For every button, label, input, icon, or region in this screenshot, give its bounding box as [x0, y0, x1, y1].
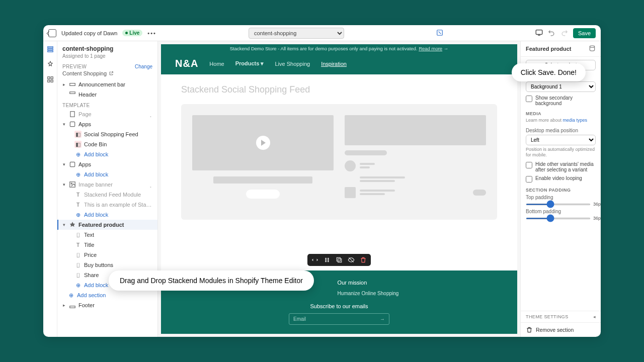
- tree-header[interactable]: Header: [57, 89, 157, 100]
- image-icon: [69, 181, 76, 188]
- svg-point-18: [326, 259, 327, 260]
- submit-arrow-icon[interactable]: →: [380, 316, 385, 322]
- footer-mission: Our mission: [338, 280, 399, 286]
- color-scheme-select[interactable]: Background 1: [526, 81, 596, 92]
- redo-icon[interactable]: [560, 29, 568, 37]
- announcement-bar: Stackend Demo Store - All items are for …: [161, 44, 517, 53]
- top-padding-value: 36px: [593, 202, 601, 207]
- svg-rect-6: [51, 77, 53, 79]
- header-icon: [69, 91, 76, 98]
- remove-section[interactable]: Remove section: [521, 322, 601, 337]
- save-button[interactable]: Save: [573, 28, 596, 38]
- svg-rect-8: [51, 80, 53, 82]
- topbar: Updated copy of Dawn Live ••• content-sh…: [43, 25, 601, 41]
- hide-variants-checkbox[interactable]: Hide other variants' media after selecti…: [526, 161, 596, 172]
- desktop-pos-label: Desktop media position: [526, 128, 596, 133]
- bottom-padding-label: Bottom padding: [526, 209, 596, 214]
- svg-rect-3: [47, 49, 53, 50]
- change-link[interactable]: Change: [135, 64, 152, 69]
- exit-icon[interactable]: [48, 29, 56, 37]
- secondary-bg-checkbox[interactable]: Show secondary background: [526, 95, 596, 106]
- inspector-icon[interactable]: [436, 29, 443, 37]
- hide-icon[interactable]: [348, 256, 355, 263]
- text-icon: T: [74, 241, 82, 248]
- hidden-icon[interactable]: ⡀: [149, 111, 153, 118]
- nav-home[interactable]: Home: [209, 61, 224, 67]
- add-section[interactable]: ⊕Add section: [57, 290, 157, 300]
- svg-rect-7: [47, 80, 49, 82]
- svg-point-19: [326, 261, 327, 262]
- tree-buy[interactable]: ⌷Buy buttons: [57, 260, 157, 270]
- svg-rect-10: [70, 92, 75, 94]
- section-icon: [69, 81, 76, 88]
- media-types-link[interactable]: media types: [563, 118, 588, 123]
- readmore-link[interactable]: Read more: [419, 46, 442, 51]
- tree-announcement[interactable]: ▸Announcement bar: [57, 79, 157, 89]
- tree-code-bin[interactable]: ◧Code Bin: [57, 139, 157, 149]
- preview-page[interactable]: Content Shopping: [57, 69, 157, 79]
- buy-icon: ⌷: [74, 261, 82, 268]
- text-icon: T: [74, 191, 82, 198]
- drag-icon[interactable]: [324, 256, 331, 263]
- nav-inspiration[interactable]: Inspiration: [321, 61, 347, 67]
- add-icon: ⊕: [74, 211, 82, 218]
- nav-live[interactable]: Live Shopping: [275, 61, 310, 67]
- tree-example-text[interactable]: TThis is an example of Stac…: [57, 200, 157, 210]
- page-icon: [69, 111, 76, 118]
- add-block-1[interactable]: ⊕Add block: [57, 149, 157, 159]
- callout-drag: Drag and Drop Stackend Modules in Shopif…: [109, 270, 314, 291]
- preview-label: PREVIEW: [62, 64, 87, 69]
- position-hint: Position is automatically optimized for …: [526, 147, 596, 158]
- tree-image-banner[interactable]: ▾Image banner⡀: [57, 179, 157, 190]
- bottom-padding-slider[interactable]: [526, 218, 591, 219]
- desktop-pos-select[interactable]: Left: [526, 135, 596, 145]
- undo-icon[interactable]: [548, 29, 555, 37]
- tree-text[interactable]: ⌷Text: [57, 230, 157, 240]
- add-icon: ⊕: [67, 292, 74, 299]
- tree-price[interactable]: ⌷Price: [57, 250, 157, 260]
- duplicate-icon[interactable]: [336, 256, 343, 263]
- svg-rect-2: [47, 47, 53, 48]
- desktop-view-icon[interactable]: [535, 29, 543, 37]
- theme-settings-icon[interactable]: [46, 60, 54, 68]
- top-padding-slider[interactable]: [526, 204, 591, 205]
- theme-settings-row[interactable]: THEME SETTINGS◂: [521, 311, 601, 322]
- svg-rect-12: [70, 122, 74, 126]
- tree-title[interactable]: TTitle: [57, 240, 157, 250]
- tree-page[interactable]: Page⡀: [57, 109, 157, 119]
- delete-icon[interactable]: [360, 256, 367, 263]
- sections-icon[interactable]: [46, 45, 54, 53]
- product-icon: [69, 221, 76, 228]
- tree-stackend-module[interactable]: TStackend Feed Module: [57, 190, 157, 200]
- site-logo: N&A: [175, 58, 198, 69]
- svg-rect-24: [337, 257, 340, 261]
- nav-products[interactable]: Products ▾: [235, 60, 264, 67]
- tree-featured-product[interactable]: ▾Featured product: [57, 220, 157, 230]
- theme-editor-window: Updated copy of Dawn Live ••• content-sh…: [43, 25, 601, 337]
- move-icon[interactable]: [311, 256, 318, 263]
- email-input[interactable]: Email→: [289, 313, 389, 325]
- section-toolbar[interactable]: [307, 254, 371, 266]
- external-icon: [109, 71, 114, 76]
- more-menu-icon[interactable]: •••: [147, 30, 156, 36]
- add-block-3[interactable]: ⊕Add block: [57, 210, 157, 220]
- footer-tagline: Humanize Online Shopping: [338, 291, 399, 296]
- play-icon: [256, 136, 270, 150]
- media-hint: Learn more about media types: [526, 118, 596, 124]
- db-icon[interactable]: [589, 45, 596, 53]
- tree-apps-1[interactable]: ▾Apps: [57, 119, 157, 129]
- settings-panel: Featured product Select product Color sc…: [520, 41, 601, 337]
- video-loop-checkbox[interactable]: Enable video looping: [526, 175, 596, 183]
- tree-social-feed[interactable]: ◧Social Shopping Feed: [57, 129, 157, 139]
- template-group-label: TEMPLATE: [57, 100, 157, 109]
- apps-block-icon: [69, 161, 76, 168]
- tree-apps-2[interactable]: ▾Apps: [57, 159, 157, 169]
- hidden-icon[interactable]: ⡀: [149, 182, 153, 188]
- template-select[interactable]: content-shopping: [249, 28, 344, 39]
- add-icon: ⊕: [74, 151, 82, 158]
- subscribe-label: Subscribe to our emails: [181, 303, 497, 309]
- add-block-2[interactable]: ⊕Add block: [57, 169, 157, 179]
- apps-icon[interactable]: [46, 75, 54, 83]
- canvas: Stackend Demo Store - All items are for …: [158, 41, 520, 337]
- tree-footer[interactable]: ▸Footer: [57, 300, 157, 310]
